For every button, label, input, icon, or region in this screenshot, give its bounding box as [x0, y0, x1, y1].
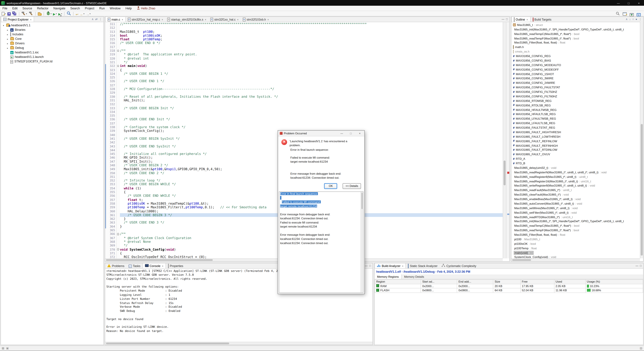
tree-item[interactable]: ▸Debug — [1, 46, 104, 50]
memory-region-row[interactable]: RAM0x2000...0x2000...20 KB17.95 KB2.05 K… — [375, 284, 643, 288]
details-line[interactable]: Failed to execute MI command: — [279, 220, 363, 225]
outline-item[interactable]: pt100Temp : float — [511, 246, 643, 250]
tree-item[interactable]: ▸Core — [1, 37, 104, 41]
editor-vertical-scrollbar[interactable] — [503, 22, 506, 258]
tree-item[interactable]: ldSTM32F103C8TX_FLASH.ld — [1, 59, 104, 64]
code-line[interactable]: 326 /* USER CODE END 1 */ — [105, 80, 509, 83]
view-menu-icon[interactable]: ⋮ — [639, 18, 642, 20]
outline-item[interactable]: pt100 : Max31865_t — [511, 237, 643, 242]
code-line[interactable]: 332 — [105, 102, 509, 106]
overview-error-mark[interactable] — [507, 172, 509, 174]
memory-column-header[interactable]: Free — [520, 280, 554, 284]
tab-tasks[interactable]: ✓Tasks — [126, 263, 142, 268]
tab-project-explorer[interactable]: Project Explorer × — [1, 17, 34, 22]
outline-item[interactable]: #MAX31856_CONFIG_FAULTSTAT — [511, 85, 643, 90]
close-tab-icon[interactable]: × — [402, 264, 404, 267]
code-line[interactable]: 321 */ — [105, 60, 509, 64]
dropdown-caret-icon[interactable]: ▾ — [26, 12, 27, 14]
save-all-button[interactable] — [11, 11, 18, 16]
fold-toggle-icon[interactable]: - — [117, 65, 119, 67]
code-line[interactable]: 318-/** — [105, 49, 509, 53]
details-scrollbar[interactable] — [361, 192, 363, 292]
editor-tab-stm32f103xb.h[interactable]: hstm32f103xb.h× — [241, 17, 271, 22]
memory-column-header[interactable]: Usage (%) — [586, 280, 643, 284]
outline-item[interactable]: Max31865_readRegister8(Max31865_t*, uint… — [511, 174, 643, 179]
outline-item[interactable]: Max31865_readRegisterN(Max31865_t*, uint… — [511, 170, 643, 174]
outline-item[interactable]: #MAX31865_FAULT_REFINLOW — [511, 139, 643, 143]
build-all-button[interactable] — [28, 11, 34, 16]
code-line[interactable]: 324 /* USER CODE BEGIN 1 */ — [105, 72, 509, 76]
code-line[interactable]: 317 — [105, 45, 509, 49]
outline-item[interactable]: Max31865_clearFault(Max31865_t*) : void — [511, 192, 643, 197]
outline-vertical-scrollbar[interactable] — [640, 22, 643, 258]
outline-horizontal-scrollbar[interactable] — [511, 258, 640, 261]
tree-item[interactable]: ▸Includes — [1, 32, 104, 37]
console-horizontal-scrollbar[interactable] — [105, 342, 372, 345]
link-with-editor-icon[interactable]: ⇄ — [95, 18, 98, 20]
outline-item[interactable]: Max31865_Filter(float, float, float) : f… — [511, 232, 643, 237]
fold-toggle-icon[interactable]: - — [117, 50, 119, 52]
expander-icon[interactable]: ▸ — [6, 47, 9, 49]
menu-help[interactable]: Help — [123, 6, 134, 10]
details-line[interactable]: target remote localhost:61234 — [279, 224, 363, 229]
outline-item[interactable]: Max31865_enableBias(Max31865_t*, uint8_t… — [511, 197, 643, 201]
hide-non-public-icon[interactable]: ● — [636, 18, 637, 20]
memory-column-header[interactable]: Start ad... — [421, 280, 457, 284]
sort-icon[interactable]: ↓ — [629, 18, 630, 20]
cpp-perspective-button[interactable]: C — [636, 11, 642, 16]
statusbar-left-icon-2[interactable]: ▣ — [6, 347, 9, 350]
outline-item[interactable]: math.h — [511, 45, 643, 50]
expander-icon[interactable]: ▸ — [6, 28, 9, 31]
code-line[interactable]: 311//***********************************… — [105, 22, 509, 26]
tab-static-stack-analyzer[interactable]: Static Stack Analyzer — [406, 263, 440, 268]
close-tab-icon[interactable]: × — [237, 18, 238, 21]
outline-item[interactable]: Max31865_readTempC(Max31865_t*, float*) … — [511, 224, 643, 228]
problem-dialog-details-list[interactable]: Error in final launch sequence: Failed t… — [279, 191, 364, 293]
myst-account-button[interactable]: Hello Zhao — [137, 6, 155, 10]
subtab-memory-regions[interactable]: Memory Regions — [374, 274, 402, 279]
expander-icon[interactable]: ▸ — [6, 38, 9, 40]
close-tab-icon[interactable]: × — [162, 18, 163, 21]
close-tab-icon[interactable]: × — [205, 18, 206, 21]
outline-item[interactable]: #MAX31865_FAULT_REFINHIGH — [511, 143, 643, 148]
dropdown-caret-icon[interactable]: ▾ — [61, 12, 62, 14]
code-line[interactable]: 315float pt100Temp; — [105, 38, 509, 41]
outline-item[interactable]: #RTD_A — [511, 156, 643, 161]
overview-occurrence-mark[interactable] — [507, 214, 509, 215]
outline-item[interactable]: cmsis_os.h — [511, 49, 643, 54]
outline-item[interactable]: #MAX31856_CONFIG_24WIRE — [511, 81, 643, 85]
code-line[interactable]: 334 — [105, 110, 509, 114]
minimize-view-icon[interactable]: — — [502, 18, 504, 20]
code-line[interactable]: 322-int main(void) — [105, 64, 509, 68]
outline-item[interactable]: #MAX31856_CONFIG_MODEAUTO — [511, 63, 643, 67]
maximize-view-icon[interactable]: □ — [640, 264, 642, 267]
tree-item[interactable]: ▸01Binaries — [1, 28, 104, 32]
menu-window[interactable]: Window — [107, 6, 123, 10]
outline-item[interactable]: #MAX31856_RTDMSB_REG — [511, 98, 643, 103]
tab-problems[interactable]: !Problems — [105, 263, 126, 268]
code-line[interactable]: 336 /* USER CODE END Init */ — [105, 118, 509, 122]
details-line[interactable]: localhost:61234: Connection timed out. — [279, 241, 363, 245]
search-button[interactable] — [66, 11, 72, 16]
code-line[interactable]: 323{ — [105, 68, 509, 72]
outline-item[interactable]: #MAX31856_HFAULTLSB_REG — [511, 112, 643, 116]
editor-horizontal-scrollbar-thumb[interactable] — [106, 259, 212, 261]
details-line[interactable] — [279, 208, 363, 212]
code-line[interactable]: 316/* USER CODE END 0 */ — [105, 41, 509, 45]
outline-item[interactable]: Max31865_autoConvert(Max31865_t*, uint8_… — [511, 201, 643, 206]
code-line[interactable]: 337 — [105, 122, 509, 125]
outline-item[interactable]: Max31865_init(Max31865_t*, SPI_HandleTyp… — [511, 219, 643, 224]
collapse-all-icon[interactable]: ∧ — [92, 18, 94, 20]
window-close-button[interactable]: × — [634, 0, 644, 6]
fold-toggle-icon[interactable]: - — [117, 248, 119, 250]
outline-item[interactable]: main(void) : int — [511, 250, 643, 255]
details-line[interactable] — [279, 196, 363, 200]
dialog-minimize-button[interactable]: — — [337, 131, 346, 136]
new-wizard-button[interactable]: +▾ — [1, 11, 6, 16]
tab-console[interactable]: Console× — [142, 263, 166, 268]
tree-item[interactable]: ▶heatboardV1.1.launch — [1, 55, 104, 59]
details-line[interactable] — [279, 229, 363, 233]
outline-item[interactable]: #MAX31865_FAULT_OVUV — [511, 152, 643, 156]
editor-tab-startup_stm32f103c8tx.s[interactable]: Sstartup_stm32f103c8tx.s× — [165, 17, 208, 22]
window-minimize-button[interactable]: — — [613, 0, 624, 6]
